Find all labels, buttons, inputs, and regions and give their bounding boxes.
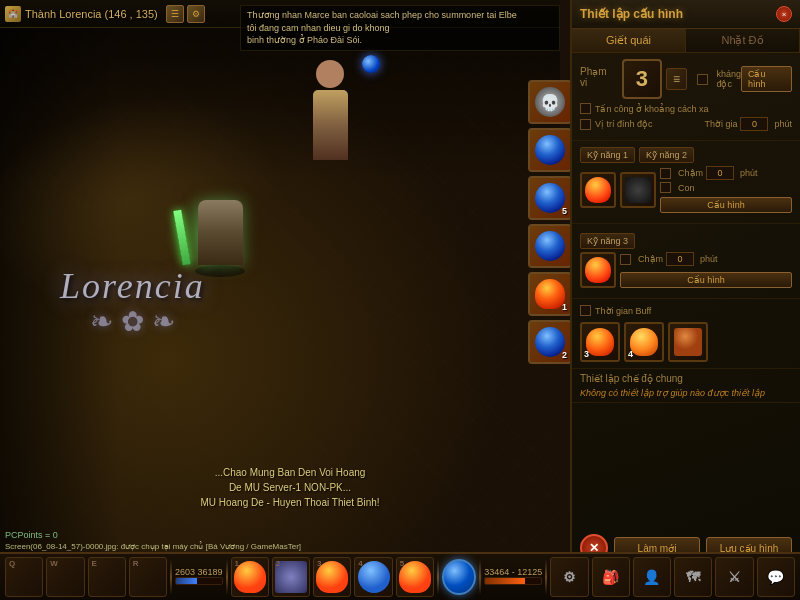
cham-label: Chậm [678,168,703,178]
extra-btn-4[interactable]: 🗺 [674,557,712,597]
skill-hotkey-5-label: 5 [400,559,404,568]
panel-title: Thiết lập cấu hình [580,7,683,21]
ky-nang-12-section: Kỹ năng 1 Kỹ năng 2 Chậm phút Con [572,141,800,224]
extra-btn-1[interactable]: ⚙ [550,557,588,597]
cauhinh-btn-1[interactable]: Cấu hình [741,66,792,92]
con-checkbox[interactable] [660,182,671,193]
world-ornament: ❧ ✿ ❧ [90,305,175,338]
skill-hotkey-3-label: 3 [317,559,321,568]
extra-btn-2[interactable]: 🎒 [592,557,630,597]
hotkey-w[interactable]: W [46,557,84,597]
extra-btn-6[interactable]: 💬 [757,557,795,597]
ky-nang-1-slot[interactable] [580,172,616,208]
ky-nang-2-slot[interactable] [620,172,656,208]
thoi-gian-input[interactable]: 0 [740,117,768,131]
con-row: Con [660,182,792,193]
skill-hotkey-2[interactable]: 2 [272,557,310,597]
ky-nang-12-row: Chậm phút Con Cấu hình [580,166,792,213]
cauhinh-btn-3[interactable]: Cấu hình [620,272,792,288]
pham-vi-row: Phạm vi 3 ≡ kháng độc Cấu hình [580,59,792,99]
khang-doc-checkbox[interactable] [697,74,708,85]
buff-icon-2 [630,328,658,356]
chat-msg-3: binh thường ở Pháo Đài Sói. [247,34,553,47]
vi-tri-row: Vị trí đính độc Thời gia 0 phút [580,117,792,131]
blue-orb-hotbar[interactable] [442,559,477,595]
hotkey-r[interactable]: R [129,557,167,597]
menu-icon-btn[interactable]: ☰ [166,5,184,23]
ky-nang-3-section: Kỹ năng 3 Chậm phút Cấu hình [572,224,800,299]
stat-left: 2603 36189 [175,567,223,577]
stat-left-val1: 2603 [175,567,195,577]
skill-slot-1[interactable]: 💀 [528,80,572,124]
chat-line-2: De MU Server-1 NON-PK... [140,480,440,495]
exp-bar [175,577,223,585]
skill-bar-left: 💀 5 1 2 [528,80,572,364]
phut2-label: phút [740,168,758,178]
skill-slot-2[interactable] [528,128,572,172]
skill-slot-6[interactable]: 2 [528,320,572,364]
skill-hotkey-3[interactable]: 3 [313,557,351,597]
pham-vi-label: Phạm vi [580,66,616,88]
stat-area-right: 33464 - 12125 [484,557,542,597]
chat-msg-2: tôi đang cam nhan dieu gi do khong [247,22,553,35]
list-icon[interactable]: ≡ [666,68,688,90]
khang-doc-label: kháng độc [716,69,741,89]
hotkey-q[interactable]: Q [5,557,43,597]
vi-tri-checkbox[interactable] [580,119,591,130]
pham-vi-section: Phạm vi 3 ≡ kháng độc Cấu hình Tấn công … [572,53,800,141]
mode-warning: Không có thiết lập trợ giúp nào được thi… [580,388,792,398]
skill-slot-4[interactable] [528,224,572,268]
mode-section: Thiết lập chế độ chung Không có thiết lậ… [572,369,800,403]
pham-vi-value[interactable]: 3 [622,59,662,99]
separator-3 [437,559,439,595]
skill-slot-3[interactable]: 5 [528,176,572,220]
cham3-input[interactable] [666,252,694,266]
phut-label: phút [774,119,792,129]
skill-hotkey-5[interactable]: 5 [396,557,434,597]
cham3-row: Chậm phút [620,252,792,266]
con-label: Con [678,183,695,193]
settings-icon-btn[interactable]: ⚙ [187,5,205,23]
cauhinh-btn-2[interactable]: Cấu hình [660,197,792,213]
buff-icon-1 [586,328,614,356]
hotkey-q-label: Q [9,559,15,568]
chat-line-1: ...Chao Mung Ban Den Voi Hoang [140,465,440,480]
skill-tab-row: Kỹ năng 1 Kỹ năng 2 [580,147,792,163]
ky-nang-3-slot[interactable] [580,252,616,288]
extra-btn-3[interactable]: 👤 [633,557,671,597]
exp-fill-right [485,578,524,584]
cham-input[interactable] [706,166,734,180]
vi-tri-label: Vị trí đính độc [595,119,653,129]
tan-cong-checkbox[interactable] [580,103,591,114]
ky-nang-3-row: Chậm phút Cấu hình [580,252,792,288]
main-character [180,200,260,300]
tan-cong-row: Tấn công ở khoảng cách xa [580,103,792,114]
buff-slot-1[interactable]: 3 [580,322,620,362]
hotkey-e[interactable]: E [88,557,126,597]
buff-slot-3[interactable] [668,322,708,362]
cham-checkbox[interactable] [660,168,671,179]
buff-checkbox[interactable] [580,305,591,316]
skill-hotkey-4[interactable]: 4 [354,557,392,597]
cham3-label: Chậm [638,254,663,264]
bottom-info-panel: PCPoints = 0 Screen(06_08-14_57)-0000.jp… [5,530,301,552]
ky-nang-3-config: Chậm phút Cấu hình [620,252,792,288]
tab-giet-quai[interactable]: Giết quái [572,29,686,52]
tab-nhat-do[interactable]: Nhặt Đồ [686,29,800,52]
stat-right: 33464 - 12125 [484,567,542,577]
buff-slot-2[interactable]: 4 [624,322,664,362]
location-text: Thành Lorencia (146 , 135) [25,8,158,20]
ky-nang-3-tab[interactable]: Kỹ năng 3 [580,233,635,249]
stat-right-val2: 12125 [517,567,542,577]
extra-btn-5[interactable]: ⚔ [715,557,753,597]
exp-fill [176,578,197,584]
stat-right-val1: 33464 [484,567,509,577]
buff-num-2: 4 [628,349,633,359]
close-button[interactable]: × [776,6,792,22]
blue-skill-icon-3 [535,231,565,261]
cham3-checkbox[interactable] [620,254,631,265]
ky-nang-2-tab[interactable]: Kỹ năng 2 [639,147,694,163]
skill-slot-5[interactable]: 1 [528,272,572,316]
skill-hotkey-1[interactable]: 1 [231,557,269,597]
ky-nang-1-tab[interactable]: Kỹ năng 1 [580,147,635,163]
